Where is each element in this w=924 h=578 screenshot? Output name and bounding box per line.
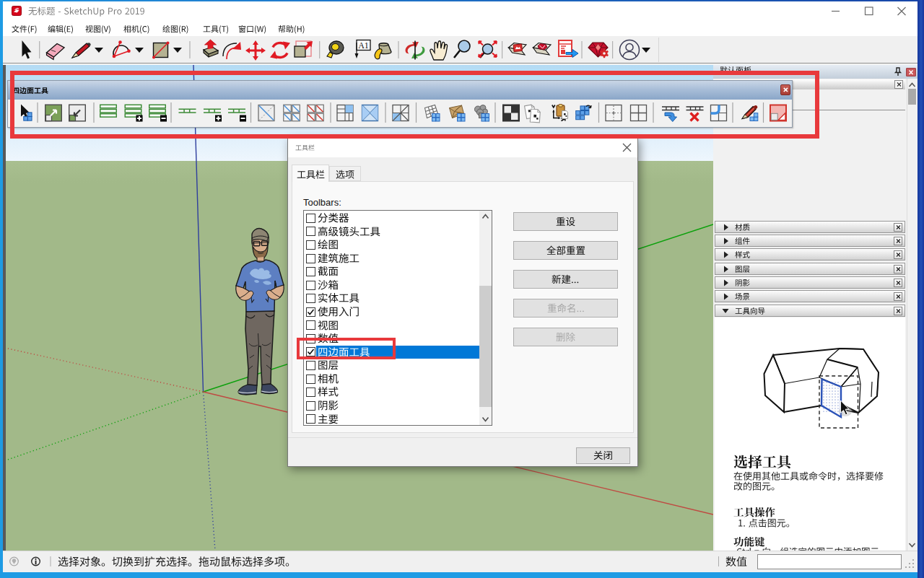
- svg-text:A1: A1: [358, 40, 369, 51]
